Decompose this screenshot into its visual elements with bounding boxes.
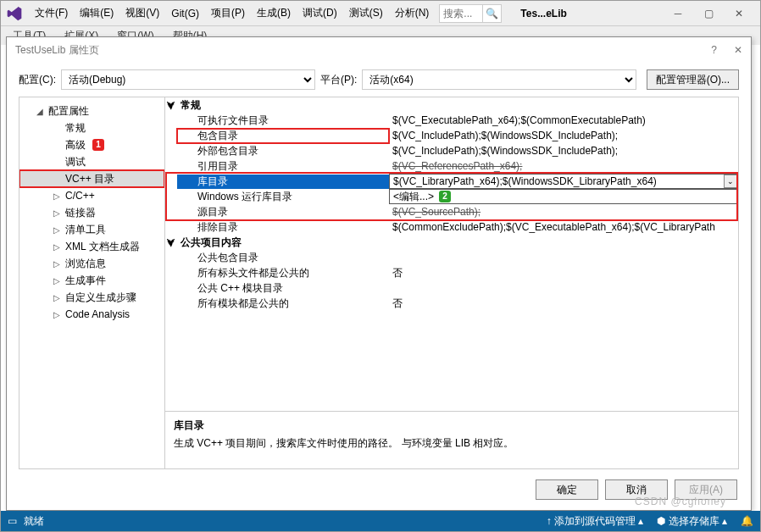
tree-item-codeanalysis[interactable]: ▷Code Analysis (19, 306, 164, 323)
grid-row-pubinc[interactable]: 公共包含目录 (165, 250, 738, 265)
config-label: 配置(C): (19, 73, 56, 87)
tree-root[interactable]: ◢配置属性 (19, 103, 164, 119)
tree-item-general[interactable]: 常规 (19, 119, 164, 136)
expand-icon: ▷ (53, 225, 62, 235)
expand-icon: ▷ (53, 242, 62, 252)
minimize-button[interactable]: ─ (672, 8, 684, 19)
config-select[interactable]: 活动(Debug) (61, 69, 315, 90)
status-output-icon[interactable]: ▭ (8, 515, 17, 527)
menu-edit[interactable]: 编辑(E) (75, 3, 119, 24)
status-add-src[interactable]: ↑ 添加到源代码管理 ▴ (547, 514, 644, 529)
tree-item-debug[interactable]: 调试 (19, 153, 164, 170)
maximize-button[interactable]: ▢ (703, 8, 714, 19)
search-icon: 🔍 (486, 8, 498, 19)
collapse-icon: ◢ (36, 107, 45, 116)
main-menubar: 文件(F) 编辑(E) 视图(V) Git(G) 项目(P) 生成(B) 调试(… (1, 1, 760, 26)
description-text: 生成 VC++ 项目期间，搜索库文件时使用的路径。 与环境变量 LIB 相对应。 (174, 436, 730, 451)
status-bar: ▭ 就绪 ↑ 添加到源代码管理 ▴ ⬢ 选择存储库 ▴ 🔔 (1, 511, 760, 531)
dropdown-button[interactable]: ⌄ (724, 175, 737, 188)
ok-button[interactable]: 确定 (536, 479, 598, 500)
menu-build[interactable]: 生成(B) (252, 3, 296, 24)
tree-item-xmldoc[interactable]: ▷XML 文档生成器 (19, 238, 164, 255)
property-page-dialog: TestUseLib 属性页 ? ✕ 配置(C): 活动(Debug) 平台(P… (6, 36, 752, 511)
grid-row-allhdr[interactable]: 所有标头文件都是公共的否 (165, 265, 738, 280)
platform-select[interactable]: 活动(x64) (362, 69, 636, 90)
tree-item-buildevt[interactable]: ▷生成事件 (19, 272, 164, 289)
tree-item-vcdirs[interactable]: VC++ 目录 (19, 170, 164, 187)
tree-item-custom[interactable]: ▷自定义生成步骤 (19, 289, 164, 306)
grid-row-extinclude[interactable]: 外部包含目录$(VC_IncludePath);$(WindowsSDK_Inc… (165, 143, 738, 158)
menu-search: 🔍 (439, 4, 502, 23)
status-notification-icon[interactable]: 🔔 (741, 515, 753, 527)
search-input[interactable] (439, 4, 483, 23)
grid-row-includedir[interactable]: 包含目录$(VC_IncludePath);$(WindowsSDK_Inclu… (165, 128, 738, 143)
expand-icon: ▷ (53, 293, 62, 302)
grid-row-excldir[interactable]: 排除目录$(CommonExcludePath);$(VC_Executable… (165, 219, 738, 235)
dialog-close-icon[interactable]: ✕ (734, 44, 742, 56)
tree-item-browse[interactable]: ▷浏览信息 (19, 255, 164, 272)
property-grid: ⮟常规 可执行文件目录$(VC_ExecutablePath_x64);$(Co… (165, 97, 738, 468)
tree-item-manifest[interactable]: ▷清单工具 (19, 221, 164, 238)
expand-icon: ▷ (53, 208, 62, 218)
menu-analyze[interactable]: 分析(N) (390, 3, 435, 24)
tree-item-advanced[interactable]: 高级1 (19, 136, 164, 153)
grid-group-general[interactable]: ⮟常规 (165, 97, 738, 113)
grid-row-libdir[interactable]: 库目录$(VC_LibraryPath_x64);$(WindowsSDK_Li… (165, 174, 738, 189)
category-tree[interactable]: ◢配置属性 常规 高级1 调试 VC++ 目录 ▷C/C++ ▷链接器 ▷清单工… (19, 97, 165, 468)
grid-row-execdir[interactable]: 可执行文件目录$(VC_ExecutablePath_x64);$(Common… (165, 113, 738, 128)
description-pane: 库目录 生成 VC++ 项目期间，搜索库文件时使用的路径。 与环境变量 LIB … (165, 411, 738, 468)
grid-group-public[interactable]: ⮟公共项目内容 (165, 235, 738, 250)
help-icon[interactable]: ? (711, 44, 717, 56)
tree-item-linker[interactable]: ▷链接器 (19, 204, 164, 221)
grid-row-allmod[interactable]: 所有模块都是公共的否 (165, 296, 738, 311)
collapse-icon: ⮟ (165, 101, 177, 110)
menu-git[interactable]: Git(G) (166, 4, 204, 23)
callout-1: 1 (92, 139, 104, 151)
grid-row-winrt[interactable]: Windows 运行库目录<编辑...>2 (165, 189, 738, 204)
config-manager-button[interactable]: 配置管理器(O)... (647, 69, 739, 90)
config-row: 配置(C): 活动(Debug) 平台(P): 活动(x64) 配置管理器(O)… (7, 63, 751, 97)
vs-logo-icon (6, 5, 23, 22)
dialog-title: TestUseLib 属性页 (15, 43, 99, 58)
expand-icon: ▷ (53, 259, 62, 269)
collapse-icon: ⮟ (165, 238, 177, 247)
tree-item-cpp[interactable]: ▷C/C++ (19, 187, 164, 204)
menu-test[interactable]: 测试(S) (344, 3, 388, 24)
watermark: CSDN @cghoney (635, 496, 726, 507)
status-ready: 就绪 (24, 514, 44, 529)
menu-view[interactable]: 视图(V) (120, 3, 164, 24)
platform-label: 平台(P): (320, 73, 357, 87)
callout-2: 2 (439, 191, 451, 202)
expand-icon: ▷ (53, 191, 62, 201)
search-button[interactable]: 🔍 (483, 4, 502, 23)
expand-icon: ▷ (53, 276, 62, 285)
menu-file[interactable]: 文件(F) (30, 3, 73, 24)
grid-row-srcdir[interactable]: 源目录$(VC_SourcePath); (165, 204, 738, 219)
menu-project[interactable]: 项目(P) (206, 3, 250, 24)
expand-icon: ▷ (53, 310, 62, 319)
menu-debug[interactable]: 调试(D) (297, 3, 342, 24)
status-select-repo[interactable]: ⬢ 选择存储库 ▴ (657, 514, 727, 529)
grid-row-pubmod[interactable]: 公共 C++ 模块目录 (165, 280, 738, 296)
window-title: Tes...eLib (520, 8, 566, 19)
grid-row-refdir[interactable]: 引用目录$(VC_ReferencesPath_x64); (165, 158, 738, 174)
description-title: 库目录 (174, 418, 730, 433)
dialog-titlebar: TestUseLib 属性页 ? ✕ (7, 37, 751, 63)
close-button[interactable]: ✕ (733, 8, 745, 19)
